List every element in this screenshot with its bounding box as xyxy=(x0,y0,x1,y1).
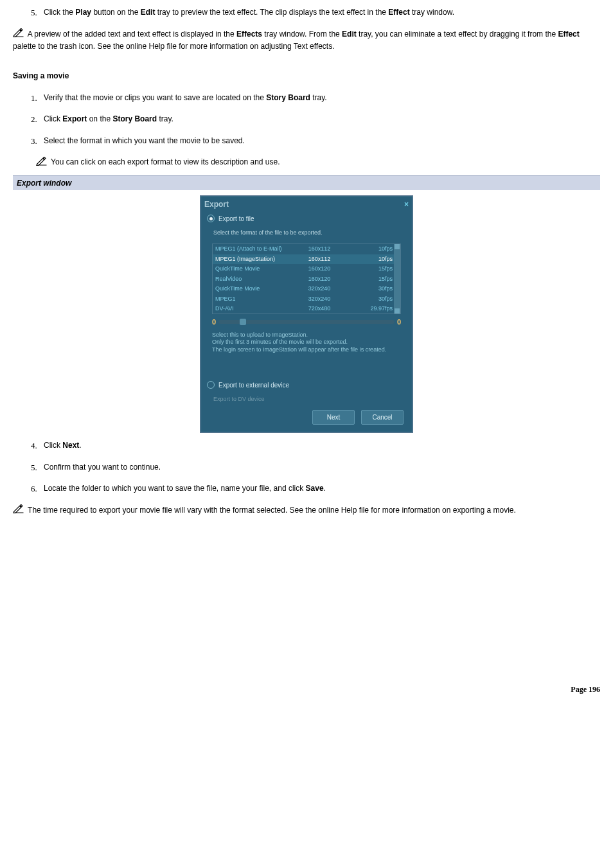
step-5-text: Click the Play button on the Edit tray t… xyxy=(44,6,600,19)
slider-right-label: 0 xyxy=(397,317,401,328)
text: Click xyxy=(44,114,62,123)
note-export-time: The time required to export your movie f… xyxy=(13,504,600,517)
step-2: 2. Click Export on the Story Board tray. xyxy=(31,113,600,126)
bold: Edit xyxy=(141,8,155,17)
format-name: DV-AVI xyxy=(215,305,308,314)
format-name: MPEG1 xyxy=(215,295,308,304)
radio-export-external[interactable]: Export to external device xyxy=(200,379,413,391)
format-fps: 15fps xyxy=(360,275,398,284)
quality-slider[interactable] xyxy=(218,320,395,324)
format-resolution: 320x240 xyxy=(308,295,360,304)
bold: Effects xyxy=(236,30,262,39)
step-text: Confirm that you want to continue. xyxy=(44,461,600,474)
text: tray, you can eliminate a text effect by… xyxy=(357,30,558,39)
format-fps: 10fps xyxy=(360,255,398,264)
bold: Export xyxy=(62,114,87,123)
format-name: QuickTime Movie xyxy=(215,265,308,274)
step-text: Select the format in which you want the … xyxy=(44,135,600,148)
desc-line: Select this to upload to ImageStation. xyxy=(212,332,401,339)
format-row[interactable]: RealVideo160x12015fps xyxy=(213,274,400,285)
figure-caption: Export window xyxy=(13,175,600,190)
slider-left-label: 0 xyxy=(212,317,216,328)
text: Click xyxy=(44,441,62,450)
format-row[interactable]: MPEG1320x24030fps xyxy=(213,294,400,305)
heading-saving-movie: Saving a movie xyxy=(13,70,600,82)
list-number: 4. xyxy=(31,439,44,452)
format-fps: 15fps xyxy=(360,265,398,274)
format-fps: 30fps xyxy=(360,295,398,304)
text: tray window. xyxy=(410,8,454,17)
format-fps: 30fps xyxy=(360,285,398,294)
list-number: 2. xyxy=(31,113,44,126)
bold: Effect xyxy=(558,30,579,39)
format-row[interactable]: DV-AVI720x48029.97fps xyxy=(213,304,400,314)
note-export-formats: You can click on each export format to v… xyxy=(36,156,600,168)
page-number: Page 196 xyxy=(13,684,600,695)
text: . xyxy=(79,441,81,450)
text: on the xyxy=(87,114,112,123)
format-fps: 10fps xyxy=(360,245,398,254)
step-5: 5. Click the Play button on the Edit tra… xyxy=(31,6,600,19)
dialog-title: Export xyxy=(204,199,229,210)
dialog-titlebar: Export × xyxy=(200,196,413,213)
bold: Story Board xyxy=(266,93,310,102)
note-icon xyxy=(13,504,24,517)
format-row[interactable]: QuickTime Movie160x12015fps xyxy=(213,264,400,274)
format-list[interactable]: MPEG1 (Attach to E-Mail)160x11210fpsMPEG… xyxy=(212,244,401,314)
text: button on the xyxy=(91,8,141,17)
format-row[interactable]: MPEG1 (ImageStation)160x11210fps xyxy=(213,254,400,265)
close-icon[interactable]: × xyxy=(404,199,409,210)
format-fps: 29.97fps xyxy=(360,305,398,314)
bold: Story Board xyxy=(112,114,157,123)
list-number: 1. xyxy=(31,92,44,105)
bold: Effect xyxy=(388,8,409,17)
radio-icon xyxy=(207,215,215,222)
note-icon xyxy=(36,157,48,169)
radio-label: Export to file xyxy=(218,214,254,224)
format-row[interactable]: MPEG1 (Attach to E-Mail)160x11210fps xyxy=(213,244,400,254)
step-text: Click Next. xyxy=(44,439,600,452)
text: tray. xyxy=(310,93,327,102)
next-button[interactable]: Next xyxy=(312,410,355,425)
step-text: Click Export on the Story Board tray. xyxy=(44,113,600,126)
list-number: 6. xyxy=(31,483,44,495)
scrollbar[interactable] xyxy=(394,244,400,314)
export-dialog: Export × Export to file Select the forma… xyxy=(200,195,413,434)
bold: Edit xyxy=(342,30,357,39)
list-number: 3. xyxy=(31,135,44,148)
format-row[interactable]: QuickTime Movie320x24030fps xyxy=(213,284,400,294)
export-window-figure: Export × Export to file Select the forma… xyxy=(13,190,600,440)
slider-thumb[interactable] xyxy=(240,319,246,325)
cancel-button[interactable]: Cancel xyxy=(361,410,404,425)
desc-line: Only the first 3 minutes of the movie wi… xyxy=(212,339,401,346)
bold: Next xyxy=(62,441,79,450)
format-name: QuickTime Movie xyxy=(215,285,308,294)
format-resolution: 160x120 xyxy=(308,275,360,284)
format-name: MPEG1 (Attach to E-Mail) xyxy=(215,245,308,254)
format-resolution: 160x112 xyxy=(308,255,360,264)
format-resolution: 160x112 xyxy=(308,245,360,254)
previous-list-continuation: 5. Click the Play button on the Edit tra… xyxy=(13,6,600,19)
text: . xyxy=(324,484,326,493)
export-dv-label: Export to DV device xyxy=(200,391,413,405)
format-resolution: 320x240 xyxy=(308,285,360,294)
text: tray. xyxy=(157,114,173,123)
desc-line: The login screen to ImageStation will ap… xyxy=(212,346,401,354)
format-name: RealVideo xyxy=(215,275,308,284)
saving-steps-continued: 4. Click Next. 5. Confirm that you want … xyxy=(13,439,600,495)
saving-steps-list: 1. Verify that the movie or clips you wa… xyxy=(13,92,600,148)
list-number: 5. xyxy=(31,6,44,19)
step-6: 6. Locate the folder to which you want t… xyxy=(31,483,600,495)
page-number-text: Page 196 xyxy=(571,685,600,694)
format-name: MPEG1 (ImageStation) xyxy=(215,255,308,264)
text: palette to the trash icon. See the onlin… xyxy=(13,42,335,51)
quality-slider-row: 0 0 xyxy=(212,317,401,328)
format-resolution: 160x120 xyxy=(308,265,360,274)
format-instruction: Select the format of the file to be expo… xyxy=(200,225,413,242)
step-1: 1. Verify that the movie or clips you wa… xyxy=(31,92,600,105)
text: Click the xyxy=(44,8,75,17)
text: tray to preview the text effect. The cli… xyxy=(155,8,388,17)
text: The time required to export your movie f… xyxy=(26,506,516,515)
radio-icon xyxy=(207,381,215,389)
radio-export-to-file[interactable]: Export to file xyxy=(200,213,413,225)
